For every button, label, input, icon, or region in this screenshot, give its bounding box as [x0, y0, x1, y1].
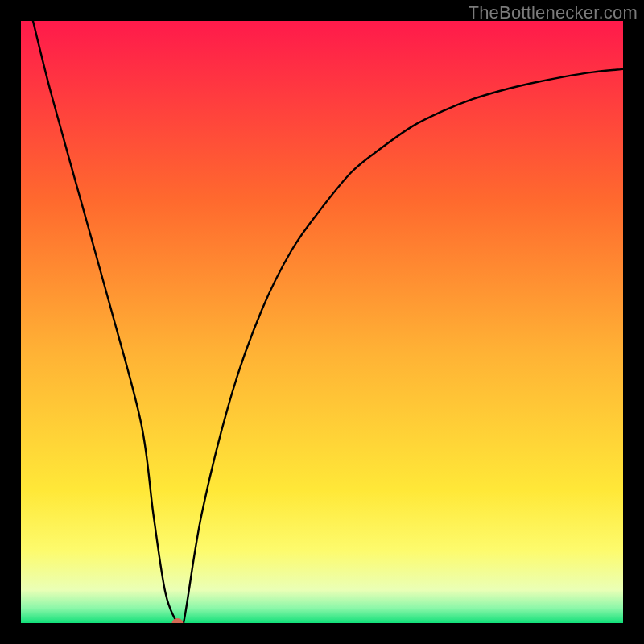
- plot-area: [21, 21, 623, 623]
- watermark-label: TheBottlenecker.com: [469, 2, 638, 23]
- optimal-marker: [171, 618, 183, 623]
- chart-stage: TheBottlenecker.com: [0, 0, 644, 644]
- chart-overlay: [21, 21, 623, 623]
- bottleneck-curve: [33, 21, 623, 623]
